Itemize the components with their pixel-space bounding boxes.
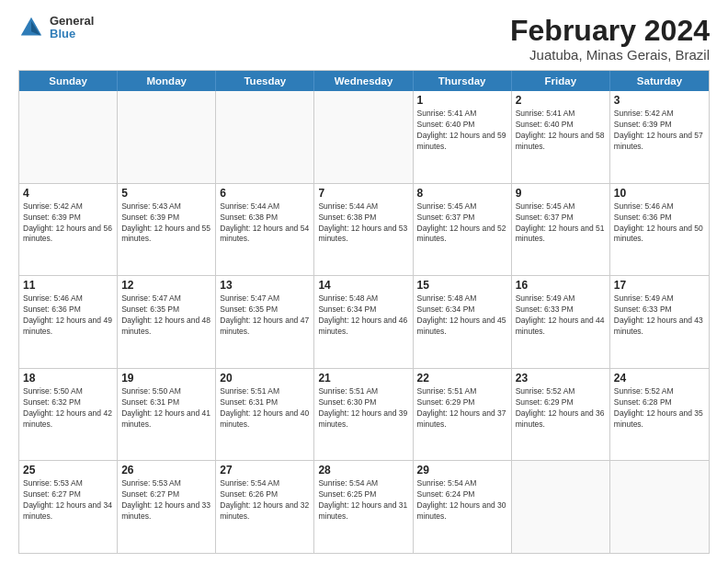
day-number: 15	[417, 279, 507, 292]
cal-day-25: 25Sunrise: 5:53 AMSunset: 6:27 PMDayligh…	[19, 461, 118, 553]
cell-info: Sunrise: 5:42 AMSunset: 6:39 PMDaylight:…	[614, 109, 705, 153]
day-number: 5	[121, 187, 211, 200]
cell-info: Sunrise: 5:45 AMSunset: 6:37 PMDaylight:…	[516, 201, 606, 246]
cal-day-21: 21Sunrise: 5:51 AMSunset: 6:30 PMDayligh…	[314, 369, 413, 461]
cell-info: Sunrise: 5:54 AMSunset: 6:26 PMDaylight:…	[220, 478, 310, 523]
cal-day-empty	[610, 461, 709, 553]
day-number: 24	[614, 372, 705, 385]
cell-info: Sunrise: 5:47 AMSunset: 6:35 PMDaylight:…	[220, 293, 310, 338]
cal-day-16: 16Sunrise: 5:49 AMSunset: 6:33 PMDayligh…	[512, 276, 610, 368]
day-number: 18	[23, 372, 113, 385]
cal-day-22: 22Sunrise: 5:51 AMSunset: 6:29 PMDayligh…	[414, 369, 512, 461]
day-number: 16	[516, 279, 606, 292]
day-number: 4	[23, 187, 113, 200]
cal-day-24: 24Sunrise: 5:52 AMSunset: 6:28 PMDayligh…	[610, 369, 709, 461]
cal-day-17: 17Sunrise: 5:49 AMSunset: 6:33 PMDayligh…	[610, 276, 709, 368]
cell-info: Sunrise: 5:52 AMSunset: 6:29 PMDaylight:…	[516, 386, 606, 431]
cal-day-empty	[19, 91, 118, 183]
cell-info: Sunrise: 5:50 AMSunset: 6:32 PMDaylight:…	[23, 386, 113, 431]
day-number: 7	[318, 187, 408, 200]
cell-info: Sunrise: 5:47 AMSunset: 6:35 PMDaylight:…	[121, 293, 211, 338]
cal-header-saturday: Saturday	[610, 71, 709, 91]
day-number: 21	[318, 372, 408, 385]
cal-week-2: 4Sunrise: 5:42 AMSunset: 6:39 PMDaylight…	[19, 184, 709, 277]
day-number: 1	[417, 94, 507, 107]
page: General Blue February 2024 Juatuba, Mina…	[0, 0, 728, 563]
cal-header-monday: Monday	[118, 71, 216, 91]
cell-info: Sunrise: 5:44 AMSunset: 6:38 PMDaylight:…	[220, 201, 310, 246]
cal-day-18: 18Sunrise: 5:50 AMSunset: 6:32 PMDayligh…	[19, 369, 118, 461]
day-number: 2	[516, 94, 606, 107]
cell-info: Sunrise: 5:46 AMSunset: 6:36 PMDaylight:…	[23, 293, 113, 338]
cell-info: Sunrise: 5:54 AMSunset: 6:25 PMDaylight:…	[318, 478, 408, 523]
logo: General Blue	[18, 15, 94, 41]
day-number: 6	[220, 187, 310, 200]
day-number: 25	[23, 464, 113, 477]
cell-info: Sunrise: 5:46 AMSunset: 6:36 PMDaylight:…	[614, 201, 705, 246]
cal-day-7: 7Sunrise: 5:44 AMSunset: 6:38 PMDaylight…	[314, 184, 413, 276]
cal-day-20: 20Sunrise: 5:51 AMSunset: 6:31 PMDayligh…	[216, 369, 314, 461]
cal-day-13: 13Sunrise: 5:47 AMSunset: 6:35 PMDayligh…	[216, 276, 314, 368]
cell-info: Sunrise: 5:52 AMSunset: 6:28 PMDaylight:…	[614, 386, 705, 431]
cell-info: Sunrise: 5:51 AMSunset: 6:29 PMDaylight:…	[417, 386, 507, 431]
day-number: 23	[516, 372, 606, 385]
cal-week-5: 25Sunrise: 5:53 AMSunset: 6:27 PMDayligh…	[19, 461, 709, 553]
cell-info: Sunrise: 5:49 AMSunset: 6:33 PMDaylight:…	[516, 293, 606, 338]
cell-info: Sunrise: 5:51 AMSunset: 6:31 PMDaylight:…	[220, 386, 310, 431]
header: General Blue February 2024 Juatuba, Mina…	[18, 15, 710, 63]
day-number: 28	[318, 464, 408, 477]
cal-day-15: 15Sunrise: 5:48 AMSunset: 6:34 PMDayligh…	[414, 276, 512, 368]
logo-blue-text: Blue	[50, 28, 94, 40]
calendar-subtitle: Juatuba, Minas Gerais, Brazil	[510, 47, 710, 63]
cal-day-10: 10Sunrise: 5:46 AMSunset: 6:36 PMDayligh…	[610, 184, 709, 276]
cell-info: Sunrise: 5:42 AMSunset: 6:39 PMDaylight:…	[23, 201, 113, 246]
cal-day-28: 28Sunrise: 5:54 AMSunset: 6:25 PMDayligh…	[314, 461, 413, 553]
cal-day-8: 8Sunrise: 5:45 AMSunset: 6:37 PMDaylight…	[414, 184, 512, 276]
cell-info: Sunrise: 5:53 AMSunset: 6:27 PMDaylight:…	[23, 478, 113, 523]
cal-day-1: 1Sunrise: 5:41 AMSunset: 6:40 PMDaylight…	[414, 91, 512, 183]
cal-header-sunday: Sunday	[19, 71, 118, 91]
day-number: 19	[121, 372, 211, 385]
day-number: 22	[417, 372, 507, 385]
cell-info: Sunrise: 5:49 AMSunset: 6:33 PMDaylight:…	[614, 293, 705, 338]
cal-header-tuesday: Tuesday	[216, 71, 314, 91]
cal-week-3: 11Sunrise: 5:46 AMSunset: 6:36 PMDayligh…	[19, 276, 709, 369]
cal-day-19: 19Sunrise: 5:50 AMSunset: 6:31 PMDayligh…	[118, 369, 216, 461]
day-number: 17	[614, 279, 705, 292]
calendar-body: 1Sunrise: 5:41 AMSunset: 6:40 PMDaylight…	[19, 91, 709, 553]
cal-week-4: 18Sunrise: 5:50 AMSunset: 6:32 PMDayligh…	[19, 369, 709, 462]
day-number: 3	[614, 94, 705, 107]
cell-info: Sunrise: 5:41 AMSunset: 6:40 PMDaylight:…	[516, 109, 606, 153]
cal-day-4: 4Sunrise: 5:42 AMSunset: 6:39 PMDaylight…	[19, 184, 118, 276]
cell-info: Sunrise: 5:45 AMSunset: 6:37 PMDaylight:…	[417, 201, 507, 246]
cal-day-9: 9Sunrise: 5:45 AMSunset: 6:37 PMDaylight…	[512, 184, 610, 276]
cell-info: Sunrise: 5:44 AMSunset: 6:38 PMDaylight:…	[318, 201, 408, 246]
cal-day-5: 5Sunrise: 5:43 AMSunset: 6:39 PMDaylight…	[118, 184, 216, 276]
cell-info: Sunrise: 5:48 AMSunset: 6:34 PMDaylight:…	[417, 293, 507, 338]
cal-header-thursday: Thursday	[414, 71, 512, 91]
cal-day-empty	[512, 461, 610, 553]
cal-day-12: 12Sunrise: 5:47 AMSunset: 6:35 PMDayligh…	[118, 276, 216, 368]
cal-day-23: 23Sunrise: 5:52 AMSunset: 6:29 PMDayligh…	[512, 369, 610, 461]
calendar: SundayMondayTuesdayWednesdayThursdayFrid…	[18, 70, 710, 554]
cell-info: Sunrise: 5:50 AMSunset: 6:31 PMDaylight:…	[121, 386, 211, 431]
cell-info: Sunrise: 5:43 AMSunset: 6:39 PMDaylight:…	[121, 201, 211, 246]
cal-day-29: 29Sunrise: 5:54 AMSunset: 6:24 PMDayligh…	[414, 461, 512, 553]
cell-info: Sunrise: 5:53 AMSunset: 6:27 PMDaylight:…	[121, 478, 211, 523]
cal-day-2: 2Sunrise: 5:41 AMSunset: 6:40 PMDaylight…	[512, 91, 610, 183]
logo-icon	[18, 15, 44, 40]
cal-day-14: 14Sunrise: 5:48 AMSunset: 6:34 PMDayligh…	[314, 276, 413, 368]
title-block: February 2024 Juatuba, Minas Gerais, Bra…	[510, 15, 710, 63]
day-number: 29	[417, 464, 507, 477]
cal-day-empty	[216, 91, 314, 183]
cal-week-1: 1Sunrise: 5:41 AMSunset: 6:40 PMDaylight…	[19, 91, 709, 184]
cell-info: Sunrise: 5:54 AMSunset: 6:24 PMDaylight:…	[417, 478, 507, 523]
calendar-title: February 2024	[510, 15, 710, 47]
day-number: 11	[23, 279, 113, 292]
day-number: 12	[121, 279, 211, 292]
cal-header-wednesday: Wednesday	[314, 71, 413, 91]
cal-day-11: 11Sunrise: 5:46 AMSunset: 6:36 PMDayligh…	[19, 276, 118, 368]
cal-day-empty	[118, 91, 216, 183]
day-number: 27	[220, 464, 310, 477]
day-number: 14	[318, 279, 408, 292]
